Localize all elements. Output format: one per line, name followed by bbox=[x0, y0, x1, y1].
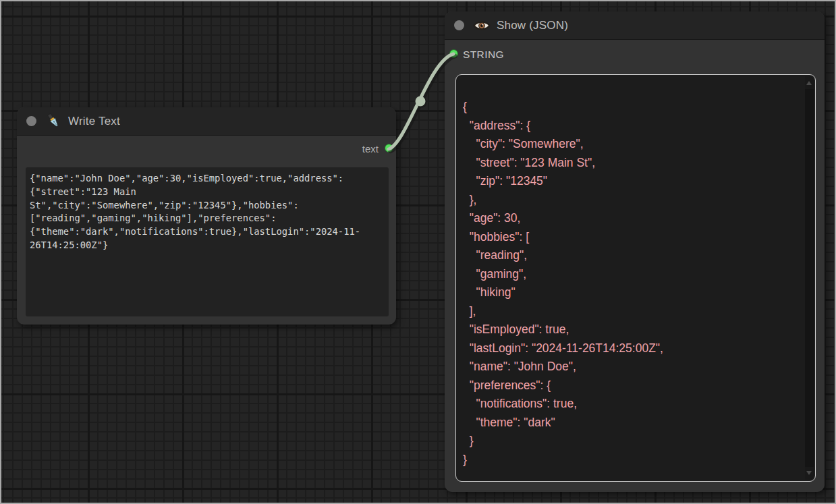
json-display-panel[interactable]: { "address": { "city": "Somewhere", "str… bbox=[455, 74, 816, 482]
write-text-node-header[interactable]: Write Text bbox=[17, 107, 396, 136]
show-json-node[interactable]: Show (JSON) STRING { "address": { "city"… bbox=[445, 11, 825, 492]
string-input-port[interactable] bbox=[449, 49, 458, 58]
scrollbar-thumb[interactable] bbox=[805, 89, 814, 467]
scrollbar-down-arrow-icon[interactable] bbox=[806, 471, 812, 475]
text-output-label: text bbox=[362, 143, 379, 155]
text-input-widget[interactable]: {"name":"John Doe","age":30,"isEmployed"… bbox=[26, 167, 389, 316]
scrollbar-up-arrow-icon[interactable] bbox=[806, 81, 812, 85]
write-text-node[interactable]: Write Text text {"name":"John Doe","age"… bbox=[17, 107, 396, 325]
eye-icon bbox=[473, 20, 491, 32]
wire-midpoint-dot[interactable] bbox=[416, 96, 426, 107]
node-graph-canvas[interactable]: Write Text text {"name":"John Doe","age"… bbox=[0, 0, 836, 504]
write-text-node-title: Write Text bbox=[68, 115, 120, 128]
show-json-node-header[interactable]: Show (JSON) bbox=[445, 11, 825, 40]
json-panel-scrollbar[interactable] bbox=[805, 76, 814, 480]
json-display-text: { "address": { "city": "Somewhere", "str… bbox=[456, 75, 803, 481]
text-output-slot: text bbox=[17, 136, 396, 167]
show-json-node-title: Show (JSON) bbox=[497, 19, 568, 32]
wire-midpoint-shadow bbox=[417, 98, 427, 108]
string-input-slot: STRING bbox=[445, 40, 825, 71]
text-output-port[interactable] bbox=[385, 144, 393, 152]
collapse-dot-icon[interactable] bbox=[454, 20, 464, 30]
string-input-label: STRING bbox=[463, 49, 504, 61]
pen-nib-icon bbox=[45, 113, 62, 130]
collapse-dot-icon[interactable] bbox=[26, 116, 36, 126]
